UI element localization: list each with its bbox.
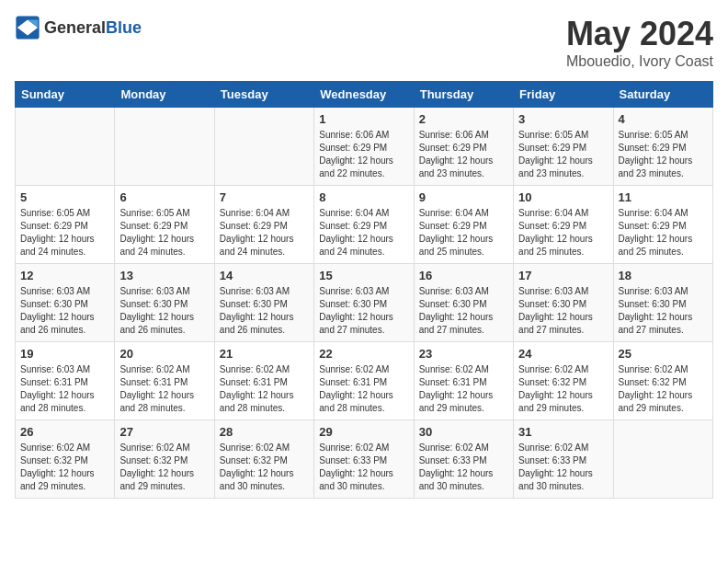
logo: GeneralBlue xyxy=(15,15,142,40)
calendar-cell: 5Sunrise: 6:05 AM Sunset: 6:29 PM Daylig… xyxy=(16,186,115,264)
day-info: Sunrise: 6:03 AM Sunset: 6:30 PM Dayligh… xyxy=(20,285,109,337)
calendar-cell: 24Sunrise: 6:02 AM Sunset: 6:32 PM Dayli… xyxy=(514,342,613,420)
day-number: 27 xyxy=(119,425,209,439)
calendar-cell xyxy=(16,108,115,186)
day-info: Sunrise: 6:02 AM Sunset: 6:31 PM Dayligh… xyxy=(119,363,209,415)
header-day-monday: Monday xyxy=(115,82,214,108)
day-number: 8 xyxy=(319,190,408,204)
calendar-cell: 28Sunrise: 6:02 AM Sunset: 6:32 PM Dayli… xyxy=(214,420,313,499)
calendar-cell: 3Sunrise: 6:05 AM Sunset: 6:29 PM Daylig… xyxy=(514,108,613,186)
day-number: 26 xyxy=(20,425,109,439)
day-number: 7 xyxy=(220,190,309,204)
day-number: 20 xyxy=(119,347,209,361)
calendar-cell: 2Sunrise: 6:06 AM Sunset: 6:29 PM Daylig… xyxy=(414,108,513,186)
calendar-cell: 27Sunrise: 6:02 AM Sunset: 6:32 PM Dayli… xyxy=(115,420,214,499)
day-number: 4 xyxy=(619,112,708,126)
day-info: Sunrise: 6:02 AM Sunset: 6:32 PM Dayligh… xyxy=(518,363,608,415)
calendar-cell: 7Sunrise: 6:04 AM Sunset: 6:29 PM Daylig… xyxy=(214,186,313,264)
calendar-cell: 23Sunrise: 6:02 AM Sunset: 6:31 PM Dayli… xyxy=(414,342,513,420)
day-number: 31 xyxy=(518,425,608,439)
calendar-cell: 1Sunrise: 6:06 AM Sunset: 6:29 PM Daylig… xyxy=(314,108,414,186)
calendar-cell: 9Sunrise: 6:04 AM Sunset: 6:29 PM Daylig… xyxy=(414,186,513,264)
day-info: Sunrise: 6:02 AM Sunset: 6:33 PM Dayligh… xyxy=(419,442,508,493)
day-info: Sunrise: 6:03 AM Sunset: 6:30 PM Dayligh… xyxy=(220,285,309,337)
calendar-body: 1Sunrise: 6:06 AM Sunset: 6:29 PM Daylig… xyxy=(16,108,713,499)
day-info: Sunrise: 6:04 AM Sunset: 6:29 PM Dayligh… xyxy=(619,207,708,259)
day-info: Sunrise: 6:03 AM Sunset: 6:30 PM Dayligh… xyxy=(518,285,608,337)
header-day-friday: Friday xyxy=(514,82,613,108)
calendar-cell: 17Sunrise: 6:03 AM Sunset: 6:30 PM Dayli… xyxy=(514,264,613,342)
day-info: Sunrise: 6:06 AM Sunset: 6:29 PM Dayligh… xyxy=(419,129,508,180)
day-number: 21 xyxy=(220,347,309,361)
day-info: Sunrise: 6:02 AM Sunset: 6:32 PM Dayligh… xyxy=(619,363,708,415)
day-info: Sunrise: 6:03 AM Sunset: 6:30 PM Dayligh… xyxy=(319,285,408,337)
calendar-cell xyxy=(115,108,214,186)
week-row-4: 19Sunrise: 6:03 AM Sunset: 6:31 PM Dayli… xyxy=(16,342,713,420)
day-number: 25 xyxy=(619,347,708,361)
week-row-2: 5Sunrise: 6:05 AM Sunset: 6:29 PM Daylig… xyxy=(16,186,713,264)
main-title: May 2024 xyxy=(566,15,713,53)
calendar-cell: 31Sunrise: 6:02 AM Sunset: 6:33 PM Dayli… xyxy=(514,420,613,499)
day-number: 30 xyxy=(419,425,508,439)
day-info: Sunrise: 6:02 AM Sunset: 6:32 PM Dayligh… xyxy=(20,442,109,493)
calendar-cell: 20Sunrise: 6:02 AM Sunset: 6:31 PM Dayli… xyxy=(115,342,214,420)
calendar-cell: 6Sunrise: 6:05 AM Sunset: 6:29 PM Daylig… xyxy=(115,186,214,264)
day-info: Sunrise: 6:02 AM Sunset: 6:31 PM Dayligh… xyxy=(220,363,309,415)
day-info: Sunrise: 6:02 AM Sunset: 6:32 PM Dayligh… xyxy=(119,442,209,493)
day-info: Sunrise: 6:06 AM Sunset: 6:29 PM Dayligh… xyxy=(319,129,408,180)
header-day-tuesday: Tuesday xyxy=(214,82,313,108)
day-info: Sunrise: 6:03 AM Sunset: 6:31 PM Dayligh… xyxy=(20,363,109,415)
day-number: 19 xyxy=(20,347,109,361)
calendar-cell: 19Sunrise: 6:03 AM Sunset: 6:31 PM Dayli… xyxy=(16,342,115,420)
day-number: 1 xyxy=(319,112,408,126)
calendar-cell: 14Sunrise: 6:03 AM Sunset: 6:30 PM Dayli… xyxy=(214,264,313,342)
calendar-cell: 13Sunrise: 6:03 AM Sunset: 6:30 PM Dayli… xyxy=(115,264,214,342)
calendar-cell: 30Sunrise: 6:02 AM Sunset: 6:33 PM Dayli… xyxy=(414,420,513,499)
header-day-saturday: Saturday xyxy=(613,82,712,108)
subtitle: Mbouedio, Ivory Coast xyxy=(566,53,713,70)
day-info: Sunrise: 6:04 AM Sunset: 6:29 PM Dayligh… xyxy=(518,207,608,259)
logo-text-general: General xyxy=(44,18,106,37)
calendar-cell: 10Sunrise: 6:04 AM Sunset: 6:29 PM Dayli… xyxy=(514,186,613,264)
calendar-cell: 16Sunrise: 6:03 AM Sunset: 6:30 PM Dayli… xyxy=(414,264,513,342)
header: GeneralBlue May 2024 Mbouedio, Ivory Coa… xyxy=(15,15,713,70)
day-number: 12 xyxy=(20,269,109,282)
day-info: Sunrise: 6:02 AM Sunset: 6:33 PM Dayligh… xyxy=(518,442,608,493)
calendar-cell: 18Sunrise: 6:03 AM Sunset: 6:30 PM Dayli… xyxy=(613,264,712,342)
calendar-cell: 4Sunrise: 6:05 AM Sunset: 6:29 PM Daylig… xyxy=(613,108,712,186)
header-day-sunday: Sunday xyxy=(16,82,115,108)
calendar-cell: 21Sunrise: 6:02 AM Sunset: 6:31 PM Dayli… xyxy=(214,342,313,420)
day-number: 13 xyxy=(119,269,209,282)
day-info: Sunrise: 6:02 AM Sunset: 6:31 PM Dayligh… xyxy=(319,363,408,415)
day-info: Sunrise: 6:02 AM Sunset: 6:31 PM Dayligh… xyxy=(419,363,508,415)
day-number: 18 xyxy=(619,269,708,282)
day-number: 22 xyxy=(319,347,408,361)
day-number: 16 xyxy=(419,269,508,282)
week-row-5: 26Sunrise: 6:02 AM Sunset: 6:32 PM Dayli… xyxy=(16,420,713,499)
calendar-cell xyxy=(613,420,712,499)
day-number: 2 xyxy=(419,112,508,126)
calendar-header-row: SundayMondayTuesdayWednesdayThursdayFrid… xyxy=(16,82,713,108)
logo-icon xyxy=(15,15,40,40)
header-day-thursday: Thursday xyxy=(414,82,513,108)
day-info: Sunrise: 6:02 AM Sunset: 6:33 PM Dayligh… xyxy=(319,442,408,493)
day-number: 14 xyxy=(220,269,309,282)
day-info: Sunrise: 6:02 AM Sunset: 6:32 PM Dayligh… xyxy=(220,442,309,493)
calendar-cell: 26Sunrise: 6:02 AM Sunset: 6:32 PM Dayli… xyxy=(16,420,115,499)
calendar-cell xyxy=(214,108,313,186)
day-number: 29 xyxy=(319,425,408,439)
day-info: Sunrise: 6:05 AM Sunset: 6:29 PM Dayligh… xyxy=(518,129,608,180)
calendar-cell: 25Sunrise: 6:02 AM Sunset: 6:32 PM Dayli… xyxy=(613,342,712,420)
header-day-wednesday: Wednesday xyxy=(314,82,414,108)
day-number: 6 xyxy=(119,190,209,204)
calendar-cell: 12Sunrise: 6:03 AM Sunset: 6:30 PM Dayli… xyxy=(16,264,115,342)
day-info: Sunrise: 6:05 AM Sunset: 6:29 PM Dayligh… xyxy=(619,129,708,180)
day-info: Sunrise: 6:03 AM Sunset: 6:30 PM Dayligh… xyxy=(119,285,209,337)
calendar-cell: 15Sunrise: 6:03 AM Sunset: 6:30 PM Dayli… xyxy=(314,264,414,342)
day-number: 5 xyxy=(20,190,109,204)
calendar-cell: 8Sunrise: 6:04 AM Sunset: 6:29 PM Daylig… xyxy=(314,186,414,264)
title-area: May 2024 Mbouedio, Ivory Coast xyxy=(566,15,713,70)
calendar-cell: 29Sunrise: 6:02 AM Sunset: 6:33 PM Dayli… xyxy=(314,420,414,499)
day-number: 17 xyxy=(518,269,608,282)
day-info: Sunrise: 6:05 AM Sunset: 6:29 PM Dayligh… xyxy=(119,207,209,259)
